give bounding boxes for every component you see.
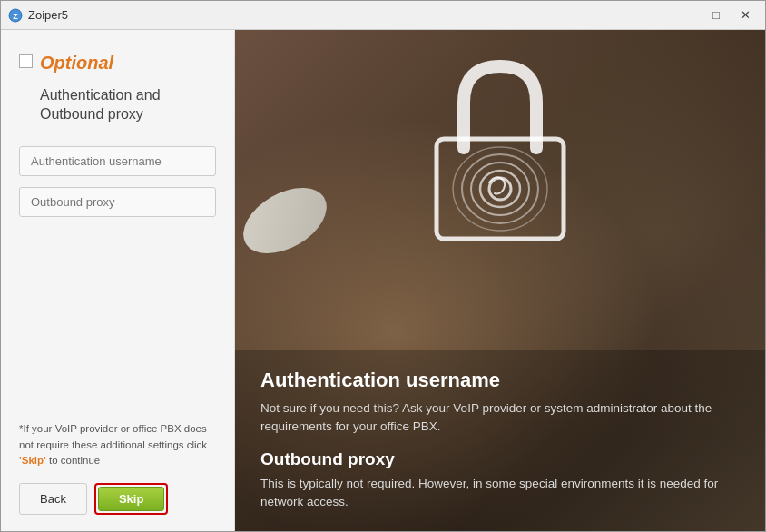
svg-text:Z: Z: [13, 12, 18, 21]
titlebar: Z Zoiper5 − □ ✕: [1, 1, 765, 30]
auth-username-input[interactable]: [19, 146, 216, 176]
section-title: Authentication and Outbound proxy: [19, 86, 216, 124]
lock-illustration: [409, 48, 591, 248]
skip-button-wrapper: Skip: [94, 483, 168, 515]
optional-section: Optional: [19, 52, 216, 74]
bottom-buttons: Back Skip: [19, 483, 216, 515]
maximize-button[interactable]: □: [703, 6, 729, 25]
svg-point-4: [480, 171, 520, 207]
left-panel: Optional Authentication and Outbound pro…: [1, 30, 235, 532]
right-subbody: This is typically not required. However,…: [260, 475, 740, 512]
back-button[interactable]: Back: [19, 483, 87, 515]
right-heading: Authentication username: [260, 369, 740, 392]
titlebar-left: Z Zoiper5: [8, 8, 68, 23]
svg-point-6: [462, 154, 538, 223]
main-layout: Optional Authentication and Outbound pro…: [1, 30, 765, 532]
optional-label: Optional: [40, 52, 113, 74]
minimize-button[interactable]: −: [674, 6, 700, 25]
app-icon: Z: [8, 8, 23, 23]
svg-point-3: [489, 178, 511, 200]
skip-button[interactable]: Skip: [98, 487, 164, 511]
right-subheading: Outbound proxy: [260, 449, 740, 469]
titlebar-controls: − □ ✕: [674, 6, 758, 25]
right-body: Not sure if you need this? Ask your VoIP…: [260, 399, 740, 437]
app-title: Zoiper5: [28, 8, 68, 22]
hint-text: *If your VoIP provider or office PBX doe…: [19, 421, 216, 468]
close-button[interactable]: ✕: [732, 6, 758, 25]
outbound-proxy-input[interactable]: [19, 187, 216, 217]
svg-point-7: [453, 147, 547, 231]
right-panel: Authentication username Not sure if you …: [235, 30, 765, 532]
optional-label-group: Optional: [40, 52, 113, 74]
optional-checkbox[interactable]: [19, 54, 33, 68]
input-fields: [19, 146, 216, 217]
right-content: Authentication username Not sure if you …: [235, 350, 765, 532]
